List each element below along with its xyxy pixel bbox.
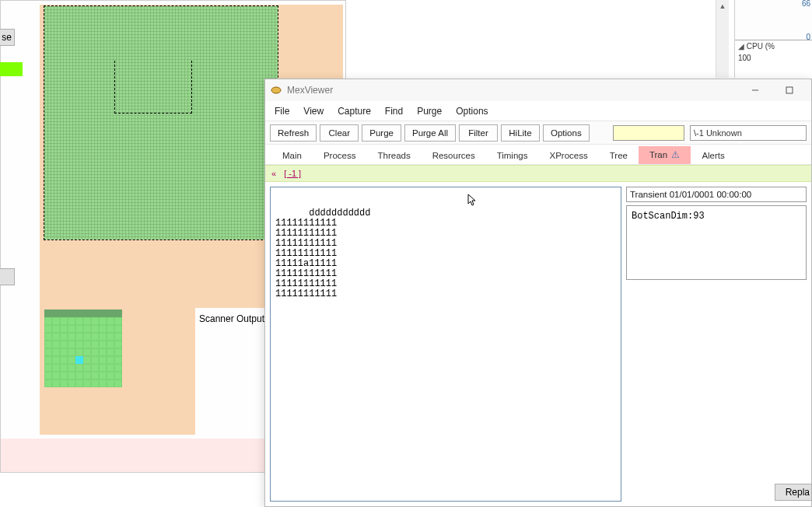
small-grid-cell[interactable] [44,325,52,333]
small-grid-cell[interactable] [44,317,52,325]
small-grid-cell[interactable] [52,333,60,341]
small-grid-cell[interactable] [52,325,60,333]
small-grid-cell[interactable] [91,379,99,387]
menu-file[interactable]: File [275,106,289,117]
small-grid-cell[interactable] [99,348,107,356]
bg-button-se[interactable]: se [0,29,15,46]
small-grid-cell[interactable] [83,317,91,325]
small-grid-cell[interactable] [44,348,52,356]
small-grid-cell[interactable] [114,317,122,325]
small-grid-cell[interactable] [68,372,75,379]
small-grid-cell[interactable] [114,333,122,341]
collapse-triangle-icon[interactable]: ◢ [738,42,744,51]
small-grid-cell[interactable] [52,341,60,348]
small-grid-cell[interactable] [107,348,114,356]
small-grid-cell[interactable] [99,341,107,348]
small-grid-cell[interactable] [75,372,83,379]
small-grid-cell[interactable] [107,379,114,387]
small-grid-cell[interactable] [44,309,52,317]
small-grid-cell[interactable] [60,309,68,317]
small-grid-cell[interactable] [68,348,75,356]
small-grid-cell[interactable] [83,379,91,387]
small-grid-cell[interactable] [114,379,122,387]
small-grid-cell[interactable] [44,333,52,341]
tab-tran[interactable]: Tran ⚠ [639,146,691,164]
menu-purge[interactable]: Purge [417,106,442,117]
tab-timings[interactable]: Timings [486,148,539,164]
tab-xprocess[interactable]: XProcess [538,148,598,164]
small-grid-cell[interactable] [44,341,52,348]
small-grid-cell[interactable] [52,379,60,387]
small-grid-cell[interactable] [44,364,52,372]
small-grid-cell[interactable] [60,379,68,387]
maximize-button[interactable] [772,79,807,101]
small-grid-cell[interactable] [99,309,107,317]
bg-button-empty[interactable] [0,268,15,285]
small-grid-cell[interactable] [75,356,83,364]
small-grid-cell[interactable] [83,341,91,348]
small-grid-cell[interactable] [52,372,60,379]
small-grid-cell[interactable] [44,372,52,379]
small-grid-cell[interactable] [107,372,114,379]
small-grid-cell[interactable] [99,379,107,387]
small-grid-cell[interactable] [114,348,122,356]
small-grid-cell[interactable] [107,364,114,372]
output-text-pane[interactable]: ddddddddddd 11111111111 11111111111 1111… [270,187,621,502]
purge-all-button[interactable]: Purge All [404,124,456,142]
small-grid-cell[interactable] [75,333,83,341]
small-grid-cell[interactable] [68,379,75,387]
hilite-button[interactable]: HiLite [501,124,540,142]
small-grid-cell[interactable] [99,372,107,379]
small-grid-cell[interactable] [75,348,83,356]
scroll-up-arrow-icon[interactable]: ▲ [716,0,729,13]
tab-resources[interactable]: Resources [422,148,486,164]
small-grid-cell[interactable] [107,309,114,317]
small-grid-cell[interactable] [91,333,99,341]
small-grid-cell[interactable] [114,325,122,333]
small-grid-cell[interactable] [114,309,122,317]
menu-capture[interactable]: Capture [338,106,371,117]
small-grid-cell[interactable] [83,325,91,333]
small-grid-cell[interactable] [107,317,114,325]
small-grid-cell[interactable] [52,356,60,364]
small-grid-cell[interactable] [75,364,83,372]
small-grid-cell[interactable] [68,309,75,317]
menu-find[interactable]: Find [385,106,403,117]
tab-main[interactable]: Main [271,148,313,164]
small-grid-cell[interactable] [83,372,91,379]
small-grid-cell[interactable] [83,333,91,341]
small-grid-cell[interactable] [68,356,75,364]
small-grid-cell[interactable] [91,364,99,372]
small-grid-cell[interactable] [60,348,68,356]
breadcrumb-tag[interactable]: [ -1 ] [284,169,301,178]
small-grid-cell[interactable] [83,309,91,317]
highlight-input[interactable] [613,125,684,141]
bg-main-grid[interactable] [44,6,278,240]
small-grid-cell[interactable] [114,341,122,348]
small-grid-cell[interactable] [107,333,114,341]
menu-options[interactable]: Options [456,106,488,117]
small-grid-cell[interactable] [60,341,68,348]
small-grid-cell[interactable] [99,333,107,341]
small-grid-cell[interactable] [91,356,99,364]
small-grid-cell[interactable] [107,356,114,364]
background-scrollbar[interactable]: ▲ [716,0,729,78]
small-grid-cell[interactable] [107,325,114,333]
small-grid-cell[interactable] [91,341,99,348]
small-grid-cell[interactable] [68,364,75,372]
small-grid-cell[interactable] [99,364,107,372]
refresh-button[interactable]: Refresh [270,124,317,142]
small-grid-cell[interactable] [75,325,83,333]
small-grid-cell[interactable] [91,372,99,379]
titlebar[interactable]: MexViewer [265,79,811,101]
small-grid-cell[interactable] [52,317,60,325]
small-grid-cell[interactable] [60,364,68,372]
tab-tree[interactable]: Tree [599,148,639,164]
tab-threads[interactable]: Threads [366,148,421,164]
small-grid-cell[interactable] [99,356,107,364]
small-grid-cell[interactable] [91,348,99,356]
small-grid-cell[interactable] [83,348,91,356]
small-grid-cell[interactable] [60,325,68,333]
tab-process[interactable]: Process [313,148,367,164]
small-grid-cell[interactable] [75,379,83,387]
